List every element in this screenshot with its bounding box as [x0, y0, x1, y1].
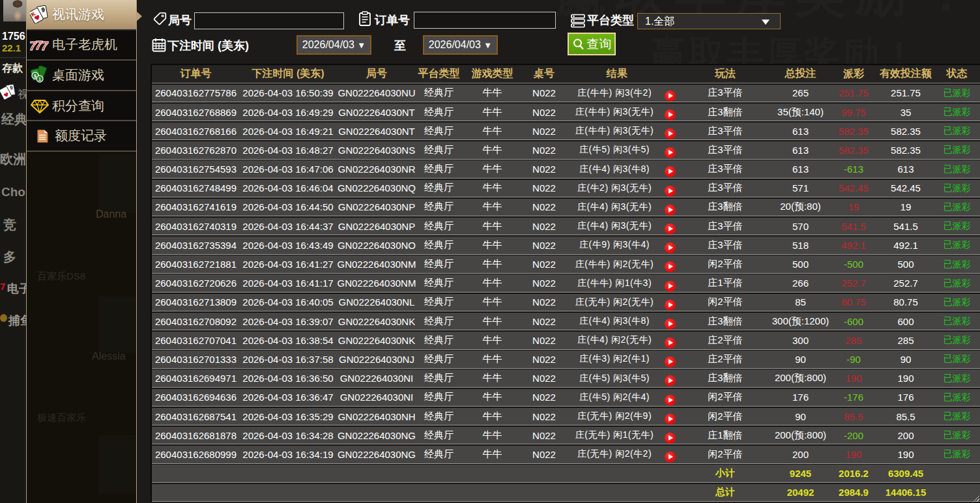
- svg-text:7: 7: [41, 39, 49, 53]
- svg-text:1: 1: [38, 77, 41, 81]
